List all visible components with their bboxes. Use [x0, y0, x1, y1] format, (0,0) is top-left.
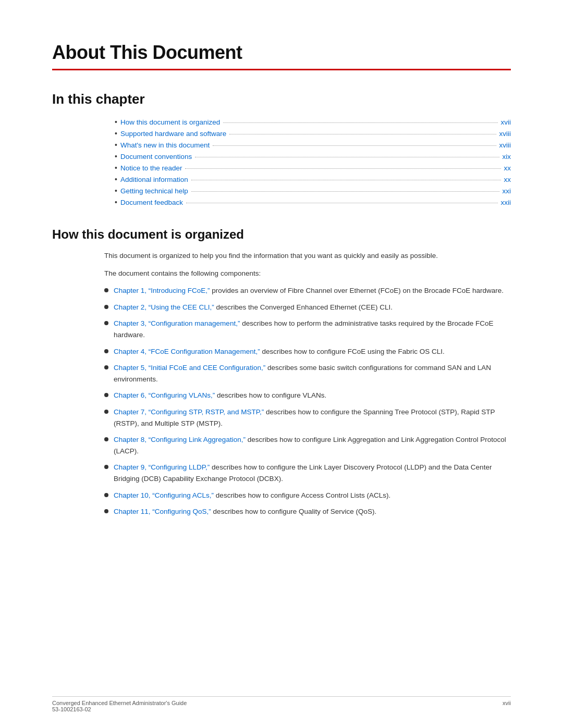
bullet-dot — [104, 465, 108, 469]
toc-dots — [195, 157, 499, 157]
chapter-link[interactable]: Chapter 8, “Configuring Link Aggregation… — [114, 436, 246, 443]
list-item: Chapter 7, “Configuring STP, RSTP, and M… — [104, 406, 511, 429]
in-this-chapter-heading: In this chapter — [52, 91, 511, 107]
bullet-dot — [104, 305, 108, 309]
toc-page-number: xvii — [501, 118, 511, 126]
chapter-text: Chapter 9, “Configuring LLDP,” describes… — [114, 462, 511, 484]
chapter-link[interactable]: Chapter 1, “Introducing FCoE,” — [114, 287, 210, 294]
intro-paragraph-2: The document contains the following comp… — [104, 268, 511, 279]
toc-link[interactable]: What's new in this document — [120, 141, 210, 149]
toc-dots — [191, 191, 499, 192]
page-container: About This Document In this chapter • Ho… — [0, 0, 563, 564]
chapter-text: Chapter 11, “Configuring QoS,” describes… — [114, 506, 511, 517]
chapter-text: Chapter 5, “Initial FCoE and CEE Configu… — [114, 362, 511, 385]
toc-dots — [229, 134, 496, 134]
chapter-text: Chapter 1, “Introducing FCoE,” provides … — [114, 285, 511, 297]
list-item: Chapter 10, “Configuring ACLs,” describe… — [104, 490, 511, 501]
chapter-text: Chapter 3, “Configuration management,” d… — [114, 318, 511, 340]
list-item: Chapter 9, “Configuring LLDP,” describes… — [104, 462, 511, 484]
toc-bullet: • — [115, 141, 117, 149]
toc-item: • Getting technical help xxi — [115, 187, 511, 195]
bullet-dot — [104, 410, 108, 414]
footer-page-number: xvii — [503, 700, 511, 712]
toc-dots — [213, 145, 496, 146]
toc-link[interactable]: Getting technical help — [120, 187, 188, 195]
how-organized-heading: How this document is organized — [52, 227, 511, 242]
toc-page-number: xviii — [499, 130, 511, 138]
bullet-dot — [104, 437, 108, 441]
toc-item: • Document conventions xix — [115, 152, 511, 161]
toc-dots — [223, 122, 497, 123]
chapter-link[interactable]: Chapter 10, “Configuring ACLs,” — [114, 491, 214, 499]
footer-left: Converged Enhanced Ethernet Administrato… — [52, 700, 187, 712]
bullet-dot — [104, 493, 108, 497]
chapter-text: Chapter 2, “Using the CEE CLI,” describe… — [114, 302, 511, 313]
list-item: Chapter 4, “FCoE Configuration Managemen… — [104, 346, 511, 357]
footer-guide-title: Converged Enhanced Ethernet Administrato… — [52, 700, 187, 706]
toc-page-number: xviii — [499, 141, 511, 149]
toc-page-number: xix — [503, 153, 511, 161]
toc-link[interactable]: Notice to the reader — [120, 164, 182, 172]
toc-link[interactable]: How this document is organized — [120, 118, 220, 126]
bullet-dot — [104, 509, 108, 513]
list-item: Chapter 3, “Configuration management,” d… — [104, 318, 511, 340]
toc-bullet: • — [115, 118, 117, 126]
footer-doc-number: 53-1002163-02 — [52, 706, 187, 712]
chapter-link[interactable]: Chapter 5, “Initial FCoE and CEE Configu… — [114, 364, 265, 372]
toc-item: • What's new in this document xviii — [115, 141, 511, 149]
how-organized-section: How this document is organized This docu… — [52, 227, 511, 517]
toc-link[interactable]: Additional information — [120, 176, 188, 183]
toc-dots — [186, 203, 498, 203]
toc-item: • Notice to the reader xx — [115, 164, 511, 172]
chapter-link[interactable]: Chapter 4, “FCoE Configuration Managemen… — [114, 348, 260, 355]
chapter-link[interactable]: Chapter 2, “Using the CEE CLI,” — [114, 303, 214, 311]
toc-link[interactable]: Document conventions — [120, 153, 192, 161]
toc-bullet: • — [115, 175, 117, 183]
red-divider — [52, 69, 511, 70]
toc-bullet: • — [115, 164, 117, 172]
chapters-list: Chapter 1, “Introducing FCoE,” provides … — [104, 285, 511, 517]
toc-link[interactable]: Document feedback — [120, 199, 183, 206]
chapter-link[interactable]: Chapter 9, “Configuring LLDP,” — [114, 463, 210, 471]
toc-page-number: xx — [504, 164, 511, 172]
chapter-text: Chapter 4, “FCoE Configuration Managemen… — [114, 346, 511, 357]
list-item: Chapter 8, “Configuring Link Aggregation… — [104, 434, 511, 456]
toc-bullet: • — [115, 198, 117, 206]
list-item: Chapter 5, “Initial FCoE and CEE Configu… — [104, 362, 511, 385]
toc-item: • Additional information xx — [115, 175, 511, 183]
toc-page-number: xx — [504, 176, 511, 183]
bullet-dot — [104, 393, 108, 397]
bullet-dot — [104, 321, 108, 325]
toc-item: • Supported hardware and software xviii — [115, 129, 511, 138]
in-this-chapter-section: In this chapter • How this document is o… — [52, 91, 511, 206]
toc-bullet: • — [115, 152, 117, 161]
chapter-link[interactable]: Chapter 6, “Configuring VLANs,” — [114, 391, 215, 399]
bullet-dot — [104, 288, 108, 292]
toc-dots — [185, 168, 500, 169]
chapter-text: Chapter 8, “Configuring Link Aggregation… — [114, 434, 511, 456]
list-item: Chapter 1, “Introducing FCoE,” provides … — [104, 285, 511, 297]
bullet-dot — [104, 349, 108, 353]
chapter-text: Chapter 10, “Configuring ACLs,” describe… — [114, 490, 511, 501]
chapter-link[interactable]: Chapter 11, “Configuring QoS,” — [114, 508, 211, 515]
intro-paragraph-1: This document is organized to help you f… — [104, 250, 511, 262]
page-footer: Converged Enhanced Ethernet Administrato… — [52, 696, 511, 712]
toc-bullet: • — [115, 187, 117, 195]
list-item: Chapter 6, “Configuring VLANs,” describe… — [104, 390, 511, 401]
chapter-link[interactable]: Chapter 7, “Configuring STP, RSTP, and M… — [114, 408, 264, 416]
toc-bullet: • — [115, 129, 117, 138]
chapter-text: Chapter 6, “Configuring VLANs,” describe… — [114, 390, 511, 401]
toc-dots — [191, 180, 501, 180]
list-item: Chapter 11, “Configuring QoS,” describes… — [104, 506, 511, 517]
chapter-text: Chapter 7, “Configuring STP, RSTP, and M… — [114, 406, 511, 429]
toc-item: • How this document is organized xvii — [115, 118, 511, 126]
chapter-link[interactable]: Chapter 3, “Configuration management,” — [114, 319, 240, 327]
toc-page-number: xxii — [501, 199, 511, 206]
toc-item: • Document feedback xxii — [115, 198, 511, 206]
list-item: Chapter 2, “Using the CEE CLI,” describe… — [104, 302, 511, 313]
toc-container: • How this document is organized xvii • … — [115, 118, 511, 206]
page-title: About This Document — [52, 42, 511, 64]
bullet-dot — [104, 365, 108, 369]
toc-link[interactable]: Supported hardware and software — [120, 130, 226, 138]
toc-page-number: xxi — [503, 187, 511, 195]
